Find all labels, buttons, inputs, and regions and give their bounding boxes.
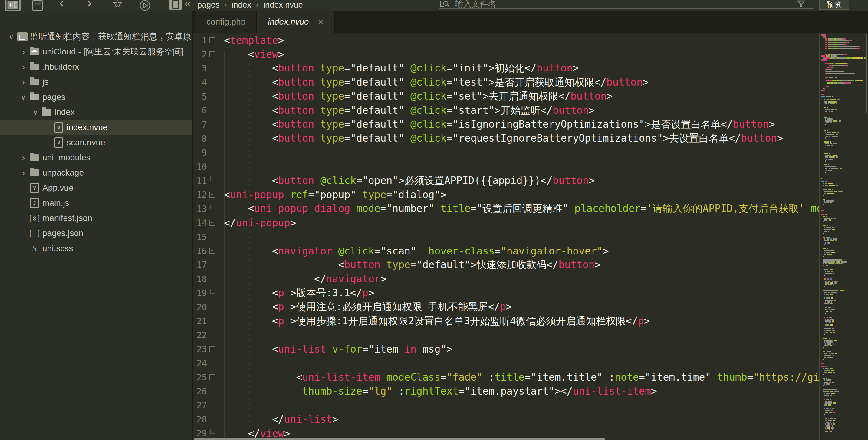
file-search-input[interactable]: 输入文件名 <box>439 0 813 9</box>
code-text: thumb-size="lg" :rightText="item.paystar… <box>224 385 657 397</box>
tree-item[interactable]: ∨监听通知栏内容，获取通知栏消息，安卓原... <box>0 29 192 44</box>
token: < <box>248 49 254 60</box>
tree-item[interactable]: ∨index <box>0 105 192 120</box>
fold-marker-icon[interactable] <box>207 374 218 380</box>
code-line[interactable]: 3<button type="default" @click="init">初始… <box>193 61 819 75</box>
code-line[interactable]: 28</uni-list> <box>193 412 819 427</box>
code-text: <uni-popup ref="popup" type="dialog"> <box>224 189 446 201</box>
device-preview-icon[interactable] <box>169 0 182 10</box>
code-line[interactable]: 2<view> <box>193 47 819 61</box>
fold-marker-icon[interactable] <box>207 52 218 58</box>
code-line[interactable]: 23<uni-list v-for="item in msg"> <box>193 342 819 356</box>
run-icon[interactable] <box>138 0 151 11</box>
code-line[interactable]: 12<uni-popup ref="popup" type="dialog"> <box>193 188 819 201</box>
token: ="popup" <box>308 189 362 201</box>
code-line[interactable]: 11<button @click="open">必须设置APPID({{appi… <box>193 174 819 188</box>
minimap-line <box>832 96 833 97</box>
code-line[interactable]: 15 <box>193 230 819 244</box>
chevron-right-icon[interactable]: › <box>18 168 28 178</box>
tree-item[interactable]: [ ]pages.json <box>0 226 192 241</box>
tree-item[interactable]: ›☁uniCloud - [阿里云:未关联云服务空间] <box>0 44 192 59</box>
breadcrumb-pages[interactable]: pages <box>197 0 220 10</box>
chevron-right-icon[interactable]: › <box>18 77 28 87</box>
code-line[interactable]: 27 <box>193 398 819 412</box>
breadcrumb-index[interactable]: index <box>232 0 251 10</box>
new-project-icon[interactable] <box>5 0 21 11</box>
token: > <box>603 245 609 257</box>
tree-item[interactable]: Jmain.js <box>0 195 192 211</box>
code-line[interactable]: 8<button type="default" @click="requestI… <box>193 132 819 146</box>
code-line[interactable]: 18</navigator> <box>193 272 819 286</box>
token: </ <box>224 217 236 229</box>
code-line[interactable]: 1<template> <box>193 33 819 47</box>
code-line[interactable]: 22 <box>193 328 819 342</box>
minimap-line <box>851 40 852 41</box>
code-line[interactable]: 13<uni-popup-dialog mode="number" title=… <box>193 202 819 216</box>
filter-funnel-icon[interactable] <box>797 0 806 8</box>
code-line[interactable]: 4<button type="default" @click="test">是否… <box>193 75 819 89</box>
code-line[interactable]: 20<p >使用注意:必须开启通知权限 手机不能黑屏</p> <box>193 300 819 314</box>
fold-marker-icon[interactable] <box>207 220 218 226</box>
minimap-line <box>826 330 831 332</box>
fold-marker-icon[interactable] <box>207 346 218 352</box>
code-line[interactable]: 6<button type="default" @click="start">开… <box>193 103 819 118</box>
favorites-icon[interactable]: ☆ <box>112 0 123 10</box>
fold-marker-icon[interactable] <box>207 37 218 43</box>
close-icon[interactable]: × <box>318 17 323 27</box>
minimap[interactable] <box>819 33 868 440</box>
minimap-line <box>825 284 827 285</box>
minimap-line <box>830 324 834 325</box>
minimap-line <box>824 191 833 192</box>
tree-item[interactable]: ›unpackage <box>0 165 192 180</box>
forward-icon[interactable]: › <box>87 0 92 9</box>
code-line[interactable]: 14</uni-popup> <box>193 216 819 230</box>
code-line[interactable]: 7<button type="default" @click="isIgnori… <box>193 118 819 131</box>
tree-item[interactable]: [⚙]manifest.json <box>0 211 192 226</box>
tree-item[interactable]: Vscan.nvue <box>0 135 192 150</box>
code-text: <uni-list v-for="item in msg"> <box>224 343 453 355</box>
code-line[interactable]: 5<button type="default" @click="set">去开启… <box>193 90 819 103</box>
minimap-line <box>834 391 839 392</box>
code-editor[interactable]: 1<template>2<view>3<button type="default… <box>193 33 819 440</box>
chevron-right-icon[interactable]: › <box>18 62 28 72</box>
chevron-down-icon[interactable]: ∨ <box>30 108 40 117</box>
code-line[interactable]: 29</view> <box>193 427 819 440</box>
tree-item[interactable]: Vindex.nvue <box>0 120 192 135</box>
code-text: <template> <box>224 34 284 46</box>
tree-item[interactable]: ›uni_modules <box>0 150 192 165</box>
chevron-right-icon[interactable]: › <box>18 46 28 57</box>
breadcrumb-file[interactable]: index.nvue <box>263 0 303 10</box>
code-line[interactable]: 16<navigator @click="scan" hover-class="… <box>193 244 819 258</box>
code-text: <button @click="open">必须设置APPID({{appid}… <box>224 174 595 188</box>
code-line[interactable]: 24 <box>193 356 819 370</box>
minimap-line <box>826 216 827 217</box>
code-line[interactable]: 19<p >版本号:3.1</p> <box>193 286 819 300</box>
code-line[interactable]: 10 <box>193 160 819 174</box>
chevron-down-icon[interactable]: ∨ <box>6 33 17 41</box>
tree-item[interactable]: ›.hbuilderx <box>0 59 192 74</box>
minimap-line <box>847 44 847 45</box>
fold-marker-icon[interactable] <box>207 192 218 198</box>
preview-button[interactable]: 预览 <box>819 0 849 10</box>
code-line[interactable]: 21<p >使用步骤:1开启通知权限2设置白名单3开始监听4微信必须开启通知栏权… <box>193 314 819 328</box>
minimap-line <box>830 311 832 312</box>
tree-item[interactable]: ›js <box>0 74 192 90</box>
tree-item[interactable]: ∨pages <box>0 90 192 105</box>
code-line[interactable]: 17<button type="default">快速添加收款码</button… <box>193 258 819 272</box>
tab-index-nvue[interactable]: index.nvue × <box>257 11 335 33</box>
tab-config-php[interactable]: config.php <box>195 11 257 33</box>
fold-marker-icon[interactable] <box>207 248 218 254</box>
vertical-scrollbar[interactable] <box>866 34 867 113</box>
code-line[interactable]: 9 <box>193 146 819 159</box>
tree-item[interactable]: Suni.scss <box>0 241 192 256</box>
collapse-breadcrumb-icon[interactable]: « <box>185 0 191 10</box>
minimap-line <box>832 132 836 133</box>
save-icon[interactable] <box>31 0 43 11</box>
tree-item[interactable]: VApp.vue <box>0 180 192 195</box>
code-line[interactable]: 26thumb-size="lg" :rightText="item.payst… <box>193 384 819 398</box>
minimap-line <box>825 282 829 284</box>
chevron-down-icon[interactable]: ∨ <box>18 93 28 101</box>
code-line[interactable]: 25<uni-list-item modeClass="fade" :title… <box>193 370 819 384</box>
chevron-right-icon[interactable]: › <box>18 153 28 163</box>
back-icon[interactable]: ‹ <box>59 0 64 9</box>
